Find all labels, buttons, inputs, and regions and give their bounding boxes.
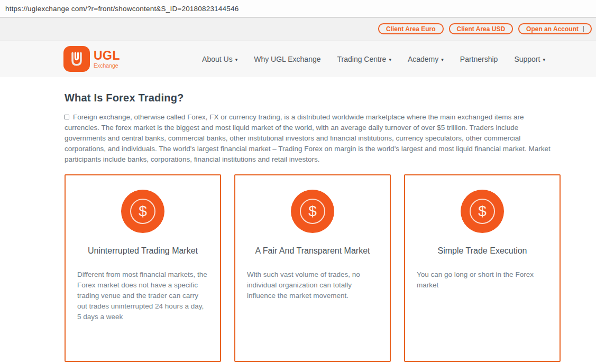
card-uninterrupted-trading-market: $ Uninterrupted Trading Market Different… [65, 174, 221, 362]
chevron-down-icon: ▾ [543, 57, 545, 62]
open-account-label: Open an Account [526, 25, 579, 33]
ugl-monogram-icon [63, 46, 90, 72]
logo-title: UGL [94, 50, 120, 62]
nav-label: About Us [202, 55, 233, 63]
logo-subtitle: Exchange [94, 63, 120, 69]
top-utility-bar: Client Area Euro Client Area USD Open an… [0, 17, 596, 41]
dollar-glyph: $ [300, 199, 325, 224]
chevron-down-icon: ▾ [389, 57, 391, 62]
client-area-usd-button[interactable]: Client Area USD [449, 23, 514, 34]
site-header: UGL Exchange About Us ▾ Why UGL Exchange… [0, 41, 596, 77]
dollar-glyph: $ [470, 199, 495, 224]
chevron-down-icon: ▾ [235, 57, 238, 62]
card-title: A Fair And Transparent Market [247, 246, 378, 256]
page-title: What Is Forex Trading? [65, 92, 596, 104]
main-content: What Is Forex Trading? Foreign exchange,… [0, 77, 596, 362]
client-area-usd-label: Client Area USD [457, 25, 506, 33]
client-area-euro-label: Client Area Euro [386, 25, 436, 33]
card-simple-trade-execution: $ Simple Trade Execution You can go long… [404, 174, 561, 362]
card-fair-transparent-market: $ A Fair And Transparent Market With suc… [234, 174, 391, 362]
open-account-button[interactable]: Open an Account [518, 23, 592, 34]
intro-text: Foreign exchange, otherwise called Forex… [65, 113, 551, 163]
nav-item-about-us[interactable]: About Us ▾ [202, 55, 237, 63]
card-title: Simple Trade Execution [417, 246, 548, 256]
nav-label: Partnership [460, 55, 498, 63]
dollar-icon: $ [121, 190, 164, 233]
dollar-icon: $ [461, 190, 504, 233]
page-url[interactable]: https://uglexchange com/?r=front/showcon… [5, 5, 239, 13]
text-cursor [583, 26, 584, 32]
nav-item-academy[interactable]: Academy ▾ [408, 55, 444, 63]
feature-cards: $ Uninterrupted Trading Market Different… [65, 174, 596, 362]
card-title: Uninterrupted Trading Market [77, 246, 208, 256]
nav-label: Why UGL Exchange [254, 55, 320, 63]
nav-item-trading-centre[interactable]: Trading Centre ▾ [337, 55, 391, 63]
card-body: With such vast volume of trades, no indi… [247, 269, 378, 301]
card-body: Different from most financial markets, t… [77, 269, 208, 322]
dollar-icon: $ [291, 190, 334, 233]
nav-item-partnership[interactable]: Partnership [460, 55, 498, 63]
checkbox-glyph-icon [65, 115, 69, 119]
main-nav: About Us ▾ Why UGL Exchange Trading Cent… [202, 55, 545, 63]
browser-url-bar[interactable]: https://uglexchange com/?r=front/showcon… [0, 0, 596, 17]
nav-label: Support [514, 55, 540, 63]
nav-label: Academy [408, 55, 438, 63]
client-area-euro-button[interactable]: Client Area Euro [378, 23, 444, 34]
logo-text: UGL Exchange [94, 50, 120, 69]
dollar-glyph: $ [130, 199, 155, 224]
card-body: You can go long or short in the Forex ma… [417, 269, 548, 291]
nav-item-support[interactable]: Support ▾ [514, 55, 545, 63]
nav-label: Trading Centre [337, 55, 387, 63]
nav-item-why-ugl-exchange[interactable]: Why UGL Exchange [254, 55, 320, 63]
intro-paragraph: Foreign exchange, otherwise called Forex… [65, 112, 561, 165]
chevron-down-icon: ▾ [441, 57, 444, 62]
ugl-logo[interactable]: UGL Exchange [63, 46, 120, 72]
